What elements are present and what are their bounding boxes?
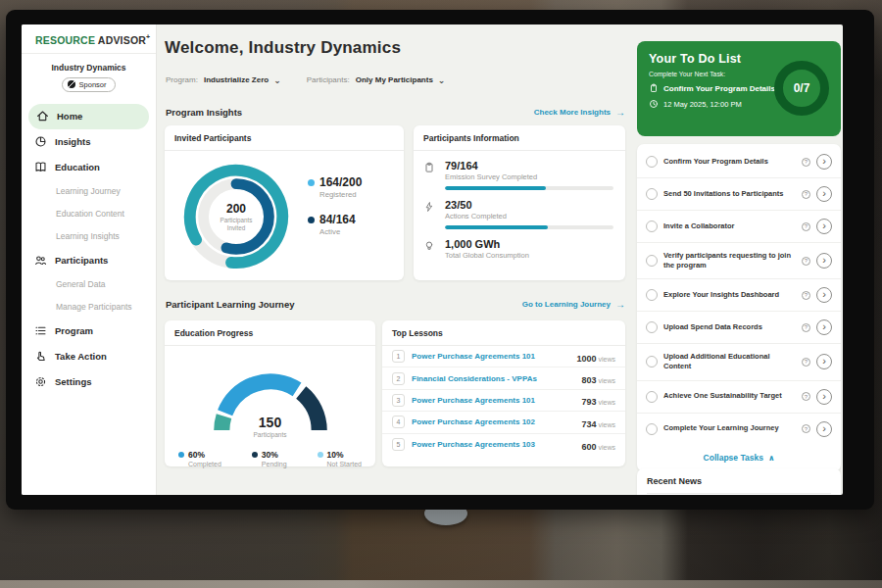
sidebar-item-label: Program (55, 325, 93, 336)
lesson-link[interactable]: Power Purchase Agreements 101 (412, 352, 569, 361)
sidebar-item-education[interactable]: Education (22, 155, 156, 180)
go-to-learning-journey-link[interactable]: Go to Learning Journey → (522, 299, 625, 310)
task-checkbox[interactable] (646, 220, 658, 232)
todo-task-list: Confirm Your Program Details ? › Send 50… (637, 144, 841, 471)
participants-information-card: Participants Information 79/164 Emission… (414, 125, 625, 280)
lesson-row: 3 Power Purchase Agreements 101 793views (382, 390, 625, 412)
help-icon[interactable]: ? (802, 291, 810, 300)
program-dropdown[interactable]: Industrialize Zero ⌄ (204, 75, 281, 84)
task-row: Upload Additional Educational Content ? … (637, 344, 841, 380)
task-checkbox[interactable] (646, 391, 658, 403)
help-icon[interactable]: ? (802, 392, 810, 401)
task-open-button[interactable]: › (816, 219, 832, 234)
sponsor-badge[interactable]: Sponsor (62, 77, 117, 92)
lesson-link[interactable]: Power Purchase Agreements 101 (412, 396, 574, 405)
help-icon[interactable]: ? (802, 358, 810, 367)
gauge-center-label: Participants (197, 431, 344, 438)
sidebar-item-label: Take Action (55, 351, 107, 362)
sidebar-item-label: Home (57, 111, 82, 122)
sidebar-item-manage-participants[interactable]: Manage Participants (22, 296, 156, 318)
task-open-button[interactable]: › (816, 287, 832, 303)
task-checkbox[interactable] (646, 188, 658, 200)
sidebar-item-home[interactable]: Home (28, 104, 149, 129)
check-more-insights-link[interactable]: Check More Insights → (534, 107, 625, 118)
help-icon[interactable]: ? (802, 190, 810, 199)
app-logo: RESOURCE ADVISOR+ (22, 24, 156, 54)
lesson-row: 2 Financial Considerations - VPPAs 803vi… (382, 368, 625, 389)
participants-dropdown[interactable]: Only My Participants ⌄ (356, 75, 446, 84)
help-icon[interactable]: ? (802, 257, 810, 266)
task-open-button[interactable]: › (816, 186, 832, 202)
clipboard-icon (649, 83, 659, 93)
invited-participants-card: Invited Participants 200 Participants In… (165, 125, 404, 280)
legend-dot (318, 452, 323, 458)
section-title: Program Insights (166, 107, 242, 118)
logo-resource: RESOURCE (35, 34, 95, 46)
logo-plus: + (146, 33, 150, 40)
program-filter: Program: Industrialize Zero ⌄ (166, 75, 281, 84)
sidebar-item-participants[interactable]: Participants (22, 248, 156, 273)
info-row-survey: 79/164 Emission Survey Completed (414, 151, 625, 190)
sidebar-item-insights[interactable]: Insights (22, 129, 156, 155)
info-row-actions: 23/50 Actions Completed (414, 190, 625, 229)
card-title: Education Progress (165, 320, 375, 346)
lesson-rank: 1 (392, 350, 405, 363)
top-lessons-card: Top Lessons 1 Power Purchase Agreements … (382, 320, 625, 466)
task-checkbox[interactable] (646, 423, 658, 435)
list-icon (34, 324, 47, 337)
task-row: Achieve One Sustainability Target ? › (637, 381, 841, 414)
arrow-right-icon: → (615, 107, 625, 118)
lesson-rank: 3 (392, 394, 405, 407)
help-icon[interactable]: ? (802, 323, 810, 332)
legend-completed: 60% Completed (178, 450, 221, 467)
help-icon[interactable]: ? (802, 158, 810, 167)
sidebar: RESOURCE ADVISOR+ Industry Dynamics Spon… (22, 24, 157, 495)
home-icon (36, 110, 49, 122)
lesson-link[interactable]: Power Purchase Agreements 102 (412, 417, 574, 426)
arrow-right-icon: → (615, 299, 625, 310)
task-open-button[interactable]: › (816, 154, 832, 170)
task-open-button[interactable]: › (816, 389, 832, 405)
legend-pending: 30% Pending (252, 450, 287, 467)
sidebar-item-learning-insights[interactable]: Learning Insights (22, 225, 156, 248)
legend-dot (178, 452, 184, 458)
help-icon[interactable]: ? (802, 222, 810, 231)
donut-center-value: 200 (226, 202, 246, 216)
task-checkbox[interactable] (646, 255, 658, 267)
filters-row: Program: Industrialize Zero ⌄ Participan… (166, 75, 445, 84)
section-title: Participant Learning Journey (166, 299, 294, 310)
donut-center-label: Participants Invited (211, 217, 262, 232)
task-open-button[interactable]: › (816, 319, 832, 335)
task-open-button[interactable]: › (816, 421, 832, 437)
sidebar-item-learning-journey[interactable]: Learning Journey (22, 180, 156, 203)
sidebar-item-education-content[interactable]: Education Content (22, 203, 156, 225)
collapse-tasks-link[interactable]: Collapse Tasks∧ (637, 445, 841, 469)
legend-dot (252, 452, 258, 458)
task-checkbox[interactable] (646, 156, 658, 168)
lesson-link[interactable]: Financial Considerations - VPPAs (412, 374, 574, 383)
gauge-legend: 60% Completed 30% Pending 10% Not Starte… (165, 440, 375, 467)
help-icon[interactable]: ? (802, 424, 810, 433)
sidebar-item-settings[interactable]: Settings (22, 369, 156, 395)
task-checkbox[interactable] (646, 321, 658, 333)
floor-strip (0, 580, 882, 588)
task-open-button[interactable]: › (816, 253, 832, 269)
sidebar-item-program[interactable]: Program (22, 318, 156, 344)
todo-column: Your To Do List Complete Your Next Task:… (637, 24, 841, 495)
sidebar-item-general-data[interactable]: General Data (22, 273, 156, 296)
sidebar-item-take-action[interactable]: Take Action (22, 344, 156, 369)
task-checkbox[interactable] (646, 289, 658, 301)
task-open-button[interactable]: › (816, 354, 832, 369)
lesson-row: 4 Power Purchase Agreements 102 734views (382, 412, 625, 433)
lesson-link[interactable]: Power Purchase Agreements 103 (412, 440, 574, 449)
survey-progress-bar (445, 186, 613, 190)
chevron-right-icon: › (822, 321, 826, 332)
task-checkbox[interactable] (646, 356, 658, 368)
clipboard-icon (423, 160, 437, 190)
program-filter-label: Program: (166, 75, 198, 84)
sidebar-nav: Home Insights Education Learning Journey… (22, 104, 156, 395)
chevron-down-icon: ⌄ (273, 78, 281, 82)
info-row-consumption: 1,000 GWh Total Global Consumption (414, 229, 625, 260)
card-title: Invited Participants (165, 125, 404, 151)
chevron-right-icon: › (822, 289, 826, 300)
